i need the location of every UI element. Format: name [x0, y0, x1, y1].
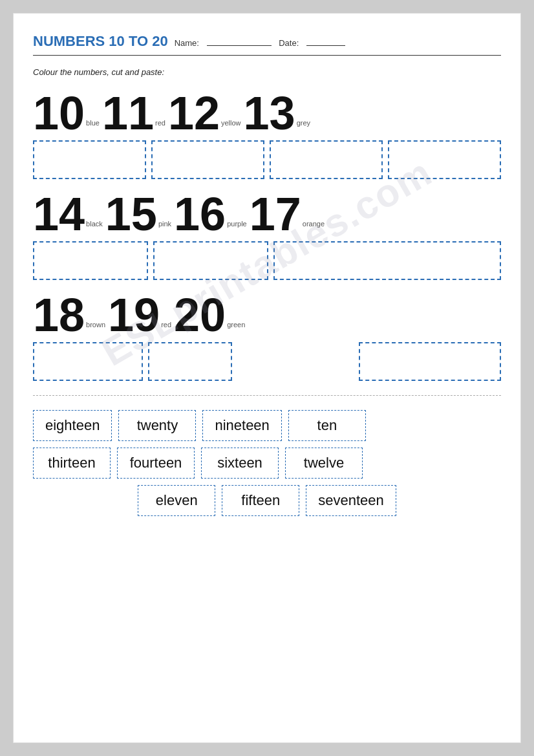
- num-11: 11: [102, 90, 154, 136]
- num-15: 15: [105, 191, 157, 237]
- paste-box-1-2[interactable]: [151, 140, 264, 179]
- paste-box-1-1[interactable]: [33, 140, 146, 179]
- num-14: 14: [33, 191, 85, 237]
- paste-box-2-2[interactable]: [153, 241, 268, 280]
- section-divider: [33, 395, 501, 396]
- name-input-line[interactable]: [207, 37, 272, 46]
- color-pink: pink: [158, 220, 171, 228]
- word-nineteen[interactable]: nineteen: [202, 410, 281, 441]
- color-blue: blue: [86, 119, 100, 127]
- word-section: eighteen twenty nineteen ten thirteen fo…: [33, 410, 501, 516]
- color-yellow: yellow: [221, 119, 241, 127]
- word-eighteen[interactable]: eighteen: [33, 410, 112, 441]
- date-label: Date:: [279, 38, 299, 48]
- word-row-1: eighteen twenty nineteen ten: [33, 410, 501, 441]
- color-red-1: red: [155, 119, 166, 127]
- num-20: 20: [174, 292, 226, 338]
- word-twenty[interactable]: twenty: [118, 410, 196, 441]
- num-16: 16: [174, 191, 226, 237]
- word-thirteen[interactable]: thirteen: [33, 448, 111, 479]
- word-seventeen[interactable]: seventeen: [306, 485, 396, 516]
- num-19: 19: [108, 292, 160, 338]
- color-orange: orange: [303, 220, 325, 228]
- word-twelve[interactable]: twelve: [285, 448, 363, 479]
- paste-box-2-3[interactable]: [273, 241, 501, 280]
- worksheet-page: ESLprintables.com NUMBERS 10 TO 20 Name:…: [13, 13, 521, 743]
- paste-box-1-4[interactable]: [388, 140, 501, 179]
- number-row-3: 18 brown 19 red 20 green: [33, 292, 501, 338]
- paste-box-1-3[interactable]: [270, 140, 383, 179]
- number-row-1: 10 blue 11 red 12 yellow 13 grey: [33, 90, 501, 136]
- word-fifteen[interactable]: fifteen: [222, 485, 299, 516]
- word-fourteen[interactable]: fourteen: [117, 448, 195, 479]
- paste-box-3-2[interactable]: [148, 342, 232, 381]
- word-ten[interactable]: ten: [288, 410, 366, 441]
- color-red-2: red: [161, 321, 171, 329]
- word-sixteen[interactable]: sixteen: [201, 448, 279, 479]
- page-title: NUMBERS 10 TO 20: [33, 33, 168, 50]
- num-18: 18: [33, 292, 85, 338]
- num-13: 13: [244, 90, 295, 136]
- num-12: 12: [168, 90, 220, 136]
- color-green: green: [227, 321, 245, 329]
- header-fields: Name: Date:: [175, 37, 350, 48]
- num-10: 10: [33, 90, 85, 136]
- word-row-3: eleven fifteen seventeen: [33, 485, 501, 516]
- date-input-line[interactable]: [306, 37, 345, 46]
- boxes-row-2: [33, 241, 501, 280]
- name-label: Name:: [175, 38, 199, 48]
- word-eleven[interactable]: eleven: [138, 485, 215, 516]
- boxes-row-3: [33, 342, 501, 381]
- num-17: 17: [250, 191, 301, 237]
- paste-box-3-1[interactable]: [33, 342, 143, 381]
- instruction-text: Colour the numbers, cut and paste:: [33, 67, 501, 77]
- number-row-2: 14 black 15 pink 16 purple 17 orange: [33, 191, 501, 237]
- header: NUMBERS 10 TO 20 Name: Date:: [33, 33, 501, 56]
- boxes-row-1: [33, 140, 501, 179]
- word-row-2: thirteen fourteen sixteen twelve: [33, 448, 501, 479]
- paste-box-3-3[interactable]: [359, 342, 501, 381]
- color-grey: grey: [297, 119, 310, 127]
- color-purple: purple: [227, 220, 247, 228]
- color-brown: brown: [86, 321, 105, 329]
- paste-box-2-1[interactable]: [33, 241, 148, 280]
- color-black: black: [86, 220, 103, 228]
